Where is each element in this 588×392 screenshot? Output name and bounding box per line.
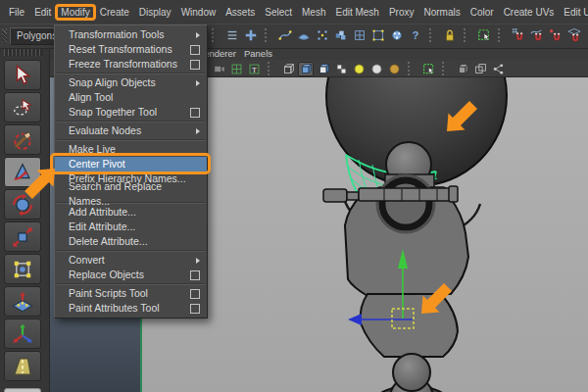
menu-item-label: Center Pivot (69, 157, 200, 172)
textured-icon[interactable] (316, 62, 331, 76)
snap-to-planes-icon[interactable] (565, 26, 583, 44)
menu-item-align-tool[interactable]: Align Tool (55, 90, 207, 105)
maya-window: ViewShadingLightingShowRendererPanels T … (0, 0, 588, 392)
selection-list-icon[interactable] (223, 26, 241, 44)
menu-window[interactable]: Window (181, 7, 217, 18)
submenu-arrow-icon (196, 128, 200, 134)
menu-item-paint-attributes-tool[interactable]: Paint Attributes Tool (55, 301, 207, 316)
lasso-tool-button[interactable] (4, 92, 41, 122)
curve-icon[interactable] (276, 26, 294, 44)
robot-leg-ball (393, 354, 430, 391)
menu-item-transformation-tools[interactable]: Transformation Tools (55, 27, 207, 42)
option-box-icon[interactable] (190, 45, 200, 55)
toolbar-divider (408, 62, 416, 75)
wireframe-on-shaded-icon[interactable] (490, 62, 506, 76)
add-selection-icon[interactable] (242, 26, 260, 44)
bookmarks-icon[interactable] (228, 62, 244, 76)
highlight-select-icon[interactable] (475, 26, 493, 44)
menu-item-delete-attribute[interactable]: Delete Attribute... (55, 234, 207, 249)
toolbar-divider (498, 28, 507, 42)
option-box-icon[interactable] (190, 304, 200, 314)
scale-tool-button[interactable] (4, 221, 41, 252)
last-tool-used-button[interactable] (4, 351, 41, 381)
menu-item-snap-together-tool[interactable]: Snap Together Tool (55, 105, 207, 120)
option-box-icon[interactable] (190, 60, 200, 70)
xray-active-icon[interactable] (472, 62, 488, 76)
status-line-grip[interactable] (2, 28, 7, 42)
menu-create[interactable]: Create (100, 7, 129, 18)
menu-item-label: Delete Attribute... (69, 234, 200, 249)
viewport-toolbar-icons: T (211, 61, 506, 76)
menu-item-label: Paint Scripts Tool (69, 286, 184, 301)
option-box-icon[interactable] (190, 270, 200, 280)
option-box-icon[interactable] (190, 289, 200, 299)
select-tool-button[interactable] (4, 60, 41, 90)
menu-item-snap-align-objects[interactable]: Snap Align Objects (55, 75, 207, 90)
lock-icon[interactable] (441, 26, 459, 44)
main-menubar: FileEditModifyCreateDisplayWindowAssetsS… (0, 0, 588, 24)
menu-select[interactable]: Select (265, 7, 292, 18)
lattice-points-icon[interactable] (369, 26, 387, 44)
show-manipulator-tool-button[interactable] (4, 318, 41, 349)
menu-item-freeze-transformations[interactable]: Freeze Transformations (55, 57, 207, 72)
menu-item-add-attribute[interactable]: Add Attribute... (55, 205, 207, 220)
paint-selection-tool-button[interactable] (4, 124, 41, 155)
help-icon[interactable]: ? (407, 26, 424, 44)
menu-item-evaluate-nodes[interactable]: Evaluate Nodes (55, 123, 207, 138)
panel-menu-panels[interactable]: Panels (244, 48, 272, 59)
menu-item-label: Search and Replace Names... (69, 179, 200, 209)
menu-normals[interactable]: Normals (424, 7, 461, 18)
wireframe-icon[interactable] (280, 62, 296, 76)
image-plane-icon[interactable]: T (246, 62, 262, 76)
menu-item-reset-transformations[interactable]: Reset Transformations (55, 42, 207, 57)
menu-assets[interactable]: Assets (225, 7, 255, 18)
camera-attributes-icon[interactable] (211, 62, 226, 76)
history-icon[interactable] (388, 26, 406, 44)
duplicate-icon[interactable] (332, 26, 350, 44)
menu-item-replace-objects[interactable]: Replace Objects (55, 268, 207, 282)
toolbox-grip[interactable] (4, 49, 43, 56)
snap-to-grids-icon[interactable] (510, 26, 527, 44)
rotate-tool-button[interactable] (4, 189, 41, 220)
smooth-shade-icon[interactable] (298, 62, 314, 76)
option-box-icon[interactable] (190, 108, 200, 118)
lighting-all-icon[interactable] (351, 62, 367, 76)
make-live-icon[interactable] (584, 26, 588, 44)
universal-manipulator-tool-button[interactable] (4, 254, 41, 284)
menu-mesh[interactable]: Mesh (302, 7, 325, 18)
snap-to-points-icon[interactable] (547, 26, 564, 44)
lighting-default-icon[interactable] (386, 62, 402, 76)
soft-modification-tool-button[interactable] (4, 286, 41, 317)
menu-item-convert[interactable]: Convert (55, 253, 207, 268)
menu-item-edit-attribute[interactable]: Edit Attribute... (55, 220, 207, 234)
use-default-material-icon[interactable] (333, 62, 349, 76)
menu-item-label: Snap Align Objects (69, 75, 190, 90)
menu-item-paint-scripts-tool[interactable]: Paint Scripts Tool (55, 286, 207, 301)
menu-display[interactable]: Display (139, 7, 172, 18)
menu-edit[interactable]: Edit (34, 7, 51, 18)
menu-file[interactable]: File (9, 7, 24, 18)
points-icon[interactable] (314, 26, 331, 44)
toolbar-divider (442, 62, 451, 75)
menu-item-make-live[interactable]: Make Live (55, 142, 207, 157)
menu-color[interactable]: Color (470, 7, 494, 18)
snap-to-curves-icon[interactable] (528, 26, 546, 44)
menu-modify[interactable]: Modify (61, 7, 89, 18)
menu-item-center-pivot[interactable]: Center Pivot (55, 157, 207, 172)
toolbar-divider (265, 28, 273, 42)
isolate-select-icon[interactable] (420, 62, 436, 76)
menu-edit-mesh[interactable]: Edit Mesh (335, 7, 378, 18)
move-tool-button[interactable] (4, 157, 41, 187)
menu-create-uvs[interactable]: Create UVs (504, 7, 555, 18)
lattice-icon[interactable] (351, 26, 368, 44)
menu-item-search-and-replace-names[interactable]: Search and Replace Names... (55, 186, 207, 201)
single-pane-layout-button[interactable] (4, 388, 41, 392)
menu-item-label: Evaluate Nodes (69, 123, 190, 138)
lighting-selected-icon[interactable] (368, 62, 384, 76)
manipulator-z-axis[interactable] (348, 314, 362, 325)
menu-edit-uvs[interactable]: Edit UVs (564, 7, 588, 18)
svg-text:T: T (252, 65, 257, 74)
surface-icon[interactable] (295, 26, 313, 44)
xray-icon[interactable] (455, 62, 470, 76)
menu-proxy[interactable]: Proxy (389, 7, 415, 18)
